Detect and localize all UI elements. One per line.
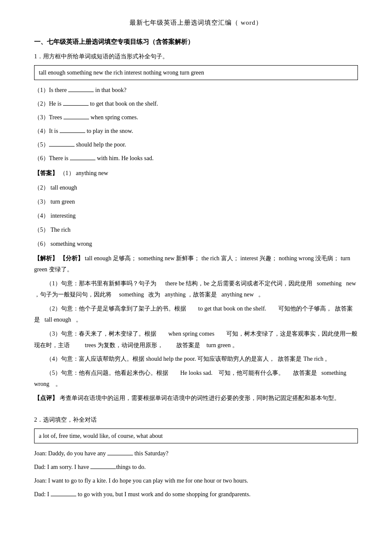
word-box: tall enough something new the rich inter… bbox=[34, 65, 358, 80]
blank-4 bbox=[60, 132, 85, 133]
answers-section: 【答案】 （1） anything new bbox=[34, 168, 358, 178]
answer-label: 【答案】 bbox=[34, 170, 58, 176]
analysis-label: 【解析】 bbox=[34, 255, 58, 262]
section1-title: 一、七年级英语上册选词填空专项目练习（含答案解析） bbox=[34, 36, 358, 48]
blank-6 bbox=[70, 160, 95, 160]
answer-6: （6） something wrong bbox=[34, 241, 92, 247]
para-1: （1）句意：那本书里有新鲜事吗？句子为 there be 结构，be 之后需要名… bbox=[34, 278, 358, 301]
page-title: 最新七年级英语上册选词填空汇编（ word） bbox=[34, 17, 358, 29]
answer-6-line: （6） something wrong bbox=[34, 239, 358, 249]
answer-4: （4） interesting bbox=[34, 213, 76, 219]
q1-instruction: 1．用方框中所给单词或短语的适当形式补全句子。 bbox=[34, 51, 358, 62]
analysis-section: 【解析】 【分析】 tall enough 足够高； something new… bbox=[34, 253, 358, 276]
blank-3 bbox=[63, 119, 89, 119]
para-4: （4）句意：富人应该帮助穷人。根据 should help the poor. … bbox=[34, 354, 358, 365]
question-6: （6）There is with him. He looks sad. bbox=[34, 152, 358, 164]
dialogue-2: Dad: I am sorry. I have things to do. bbox=[34, 461, 358, 473]
answer-5-line: （5） The rich bbox=[34, 224, 358, 235]
blank-d1 bbox=[107, 455, 133, 455]
blank-5 bbox=[49, 146, 75, 147]
answer-4-line: （4） interesting bbox=[34, 210, 358, 221]
ping-label: 【点评】 bbox=[34, 395, 58, 401]
section2: 2．选词填空，补全对话 a lot of, free time, would l… bbox=[34, 414, 358, 500]
answer-2-line: （2） tall enough bbox=[34, 182, 358, 193]
question-1: （1）Is there in that book? bbox=[34, 84, 358, 96]
answer-2: （2） tall enough bbox=[34, 184, 77, 191]
fenxi-label: 【分析】 bbox=[60, 255, 84, 262]
dialogue-3: Joan: I want to go to fly a kite. I do h… bbox=[34, 475, 358, 487]
question-2: （2）He is to get that book on the shelf. bbox=[34, 98, 358, 110]
answer-3: （3） turn green bbox=[34, 198, 75, 205]
answer-1: （1） anything new bbox=[60, 170, 108, 176]
question-4: （4）It is to play in the snow. bbox=[34, 125, 358, 137]
question-3: （3）Trees when spring comes. bbox=[34, 112, 358, 124]
q2-instruction: 2．选词填空，补全对话 bbox=[34, 414, 358, 425]
dialogue-1: Joan: Daddy, do you have any this Saturd… bbox=[34, 448, 358, 460]
blank-2 bbox=[63, 105, 89, 106]
blank-d2 bbox=[90, 469, 116, 469]
answer-5: （5） The rich bbox=[34, 227, 71, 233]
para-5: （5）句意：他有点问题。他看起来伤心。根据 He looks sad. 可知，他… bbox=[34, 368, 358, 390]
ping-text: 考查单词在语境中的运用，需要根据单词在语境中的词性进行必要的变形，同时熟记固定搭… bbox=[60, 395, 340, 401]
blank-1 bbox=[68, 92, 94, 92]
question-5: （5） should help the poor. bbox=[34, 139, 358, 151]
word-box2: a lot of, free time, would like, of cour… bbox=[34, 428, 358, 443]
para-3: （3）句意：春天来了，树木变绿了。根据 when spring comes 可知… bbox=[34, 328, 358, 351]
blank-d3 bbox=[51, 496, 76, 496]
questions-list: （1）Is there in that book? （2）He is to ge… bbox=[34, 84, 358, 164]
para-2: （2）句意：他个子是足够高拿到了架子上的书。根据 to get that boo… bbox=[34, 303, 358, 326]
ping-section: 【点评】 考查单词在语境中的运用，需要根据单词在语境中的词性进行必要的变形，同时… bbox=[34, 393, 358, 404]
answer-3-line: （3） turn green bbox=[34, 196, 358, 207]
dialogue-4: Dad: I to go with you, but I must work a… bbox=[34, 489, 358, 500]
